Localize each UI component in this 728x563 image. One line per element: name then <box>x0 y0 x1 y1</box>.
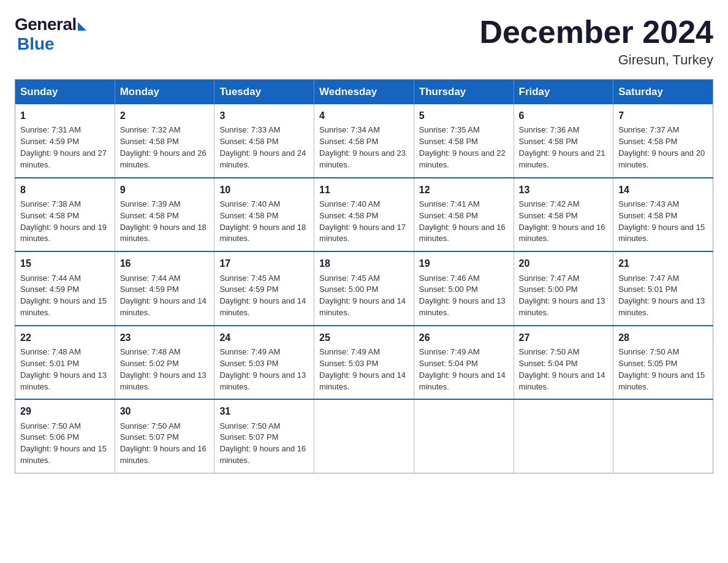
day-sunrise: Sunrise: 7:45 AM <box>319 274 380 283</box>
day-number: 14 <box>618 183 708 197</box>
day-number: 30 <box>120 404 210 418</box>
calendar-day-cell: 18 Sunrise: 7:45 AM Sunset: 5:00 PM Dayl… <box>314 251 414 326</box>
day-sunset: Sunset: 5:01 PM <box>618 285 677 294</box>
day-sunset: Sunset: 4:59 PM <box>219 285 278 294</box>
day-sunset: Sunset: 5:04 PM <box>419 359 478 368</box>
day-sunset: Sunset: 4:58 PM <box>519 211 578 220</box>
day-sunrise: Sunrise: 7:33 AM <box>219 125 280 134</box>
day-number: 1 <box>20 109 110 123</box>
day-sunrise: Sunrise: 7:36 AM <box>519 125 580 134</box>
day-daylight: Daylight: 9 hours and 13 minutes. <box>20 370 107 391</box>
day-sunset: Sunset: 5:07 PM <box>219 432 278 442</box>
day-daylight: Daylight: 9 hours and 14 minutes. <box>419 370 506 391</box>
calendar-table: SundayMondayTuesdayWednesdayThursdayFrid… <box>15 79 713 473</box>
day-sunrise: Sunrise: 7:40 AM <box>219 199 280 209</box>
day-daylight: Daylight: 9 hours and 15 minutes. <box>20 444 107 465</box>
day-daylight: Daylight: 9 hours and 18 minutes. <box>219 223 306 243</box>
day-sunrise: Sunrise: 7:40 AM <box>319 199 380 209</box>
calendar-day-cell: 9 Sunrise: 7:39 AM Sunset: 4:58 PM Dayli… <box>115 178 214 252</box>
calendar-day-cell: 15 Sunrise: 7:44 AM Sunset: 4:59 PM Dayl… <box>15 251 115 326</box>
day-daylight: Daylight: 9 hours and 14 minutes. <box>219 296 306 317</box>
day-number: 18 <box>319 256 409 270</box>
logo-text: General <box>15 15 86 34</box>
day-daylight: Daylight: 9 hours and 22 minutes. <box>419 148 506 169</box>
day-sunset: Sunset: 5:07 PM <box>120 432 179 442</box>
day-daylight: Daylight: 9 hours and 17 minutes. <box>319 223 406 243</box>
day-daylight: Daylight: 9 hours and 16 minutes. <box>419 223 506 243</box>
day-sunrise: Sunrise: 7:43 AM <box>618 199 679 209</box>
calendar-day-cell: 31 Sunrise: 7:50 AM Sunset: 5:07 PM Dayl… <box>214 399 314 473</box>
day-sunset: Sunset: 4:58 PM <box>419 137 478 146</box>
day-number: 16 <box>120 256 210 270</box>
calendar-day-cell: 2 Sunrise: 7:32 AM Sunset: 4:58 PM Dayli… <box>115 104 214 178</box>
calendar-day-cell: 5 Sunrise: 7:35 AM Sunset: 4:58 PM Dayli… <box>414 104 514 178</box>
day-sunset: Sunset: 4:58 PM <box>419 211 478 220</box>
calendar-header-row: SundayMondayTuesdayWednesdayThursdayFrid… <box>15 80 713 105</box>
col-header-wednesday: Wednesday <box>314 80 414 105</box>
day-daylight: Daylight: 9 hours and 13 minutes. <box>419 296 506 317</box>
calendar-day-cell: 24 Sunrise: 7:49 AM Sunset: 5:03 PM Dayl… <box>214 326 314 400</box>
day-number: 19 <box>419 256 509 270</box>
day-daylight: Daylight: 9 hours and 18 minutes. <box>120 223 207 243</box>
day-daylight: Daylight: 9 hours and 24 minutes. <box>219 148 306 169</box>
day-number: 24 <box>219 331 309 345</box>
location: Giresun, Turkey <box>479 52 713 68</box>
calendar-day-cell <box>314 399 414 473</box>
day-sunset: Sunset: 5:05 PM <box>618 359 677 368</box>
day-number: 25 <box>319 331 409 345</box>
day-sunset: Sunset: 4:58 PM <box>319 211 378 220</box>
day-sunrise: Sunrise: 7:38 AM <box>20 199 81 209</box>
day-sunset: Sunset: 4:58 PM <box>120 137 179 146</box>
calendar-day-cell: 26 Sunrise: 7:49 AM Sunset: 5:04 PM Dayl… <box>414 326 514 400</box>
calendar-day-cell: 3 Sunrise: 7:33 AM Sunset: 4:58 PM Dayli… <box>214 104 314 178</box>
title-section: December 2024 Giresun, Turkey <box>479 15 713 68</box>
day-number: 27 <box>519 331 609 345</box>
day-sunset: Sunset: 4:58 PM <box>219 211 278 220</box>
day-sunrise: Sunrise: 7:34 AM <box>319 125 380 134</box>
month-title: December 2024 <box>479 15 713 50</box>
day-sunrise: Sunrise: 7:50 AM <box>219 421 280 431</box>
day-sunrise: Sunrise: 7:45 AM <box>219 274 280 283</box>
logo-arrow-icon <box>78 22 86 31</box>
day-sunset: Sunset: 4:58 PM <box>120 211 179 220</box>
calendar-day-cell: 21 Sunrise: 7:47 AM Sunset: 5:01 PM Dayl… <box>613 251 713 326</box>
day-sunrise: Sunrise: 7:39 AM <box>120 199 181 209</box>
calendar-day-cell: 28 Sunrise: 7:50 AM Sunset: 5:05 PM Dayl… <box>613 326 713 400</box>
day-sunrise: Sunrise: 7:50 AM <box>519 347 580 356</box>
day-daylight: Daylight: 9 hours and 23 minutes. <box>319 148 406 169</box>
day-sunset: Sunset: 5:00 PM <box>319 285 378 294</box>
calendar-week-row: 15 Sunrise: 7:44 AM Sunset: 4:59 PM Dayl… <box>15 251 713 326</box>
day-daylight: Daylight: 9 hours and 19 minutes. <box>20 223 107 243</box>
calendar-day-cell: 23 Sunrise: 7:48 AM Sunset: 5:02 PM Dayl… <box>115 326 214 400</box>
day-number: 23 <box>120 331 210 345</box>
calendar-day-cell: 27 Sunrise: 7:50 AM Sunset: 5:04 PM Dayl… <box>514 326 613 400</box>
day-daylight: Daylight: 9 hours and 14 minutes. <box>319 296 406 317</box>
day-sunset: Sunset: 4:59 PM <box>20 137 79 146</box>
day-sunrise: Sunrise: 7:44 AM <box>120 274 181 283</box>
day-daylight: Daylight: 9 hours and 13 minutes. <box>519 296 605 317</box>
day-daylight: Daylight: 9 hours and 27 minutes. <box>20 148 107 169</box>
day-number: 10 <box>219 183 309 197</box>
day-sunset: Sunset: 5:00 PM <box>419 285 478 294</box>
day-sunrise: Sunrise: 7:32 AM <box>120 125 181 134</box>
day-number: 3 <box>219 109 309 123</box>
day-sunset: Sunset: 5:03 PM <box>319 359 378 368</box>
day-daylight: Daylight: 9 hours and 13 minutes. <box>219 370 306 391</box>
day-number: 9 <box>120 183 210 197</box>
calendar-week-row: 1 Sunrise: 7:31 AM Sunset: 4:59 PM Dayli… <box>15 104 713 178</box>
logo: General Blue <box>15 15 86 54</box>
day-sunrise: Sunrise: 7:49 AM <box>219 347 280 356</box>
day-sunset: Sunset: 5:00 PM <box>519 285 578 294</box>
day-sunrise: Sunrise: 7:41 AM <box>419 199 480 209</box>
day-sunrise: Sunrise: 7:42 AM <box>519 199 580 209</box>
calendar-day-cell: 7 Sunrise: 7:37 AM Sunset: 4:58 PM Dayli… <box>613 104 713 178</box>
day-sunrise: Sunrise: 7:49 AM <box>319 347 380 356</box>
calendar-week-row: 29 Sunrise: 7:50 AM Sunset: 5:06 PM Dayl… <box>15 399 713 473</box>
day-daylight: Daylight: 9 hours and 15 minutes. <box>618 370 705 391</box>
day-daylight: Daylight: 9 hours and 21 minutes. <box>519 148 605 169</box>
day-daylight: Daylight: 9 hours and 15 minutes. <box>618 223 705 243</box>
day-daylight: Daylight: 9 hours and 16 minutes. <box>219 444 306 465</box>
day-number: 31 <box>219 404 309 418</box>
day-daylight: Daylight: 9 hours and 14 minutes. <box>519 370 605 391</box>
day-sunset: Sunset: 4:59 PM <box>20 285 79 294</box>
